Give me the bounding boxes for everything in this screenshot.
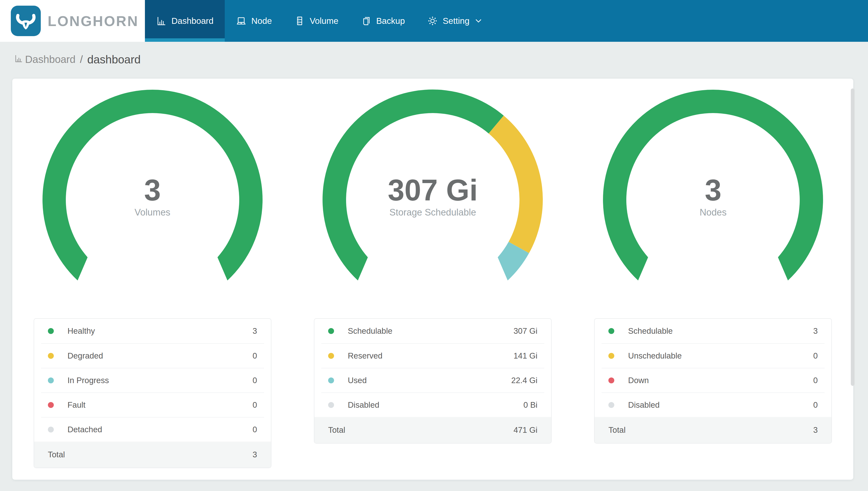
gauge-center-label: Nodes (600, 207, 826, 218)
legend-row: Unschedulable 0 (601, 343, 825, 368)
nodes-gauge: 3 Nodes (600, 89, 826, 286)
legend-color-dot (48, 377, 54, 383)
nodes-legend-table: Schedulable 3 Unschedulable 0 Down 0 (594, 318, 832, 443)
legend-label: Detached (67, 425, 253, 434)
legend-value: 0 Bi (523, 400, 537, 410)
storage-legend-table: Schedulable 307 Gi Reserved 141 Gi Used … (314, 318, 552, 443)
bar-chart-icon (156, 16, 166, 26)
copy-pages-icon (361, 16, 371, 26)
legend-row: Schedulable 307 Gi (321, 319, 544, 343)
legend-label: Down (628, 376, 813, 385)
legend-value: 0 (813, 351, 818, 360)
gear-icon (427, 16, 438, 26)
legend-row: Degraded 0 (41, 343, 264, 368)
breadcrumb-section-link[interactable]: Dashboard (14, 54, 75, 65)
legend-value: 0 (252, 351, 257, 360)
legend-value: 0 (813, 400, 818, 410)
legend-color-dot (609, 353, 614, 359)
legend-row: Down 0 (601, 368, 825, 393)
nav-item-backup[interactable]: Backup (350, 0, 416, 42)
total-value: 471 Gi (514, 425, 537, 435)
gauge-center-value: 307 Gi (320, 175, 546, 205)
gauge-center-label: Storage Schedulable (320, 207, 546, 218)
top-navbar: LONGHORN Dashboard Node (0, 0, 868, 42)
vertical-scrollbar[interactable] (851, 88, 855, 386)
legend-color-dot (328, 402, 334, 408)
chevron-down-icon (475, 17, 482, 25)
gauge-center-value: 3 (39, 175, 266, 205)
legend-color-dot (328, 377, 334, 383)
total-value: 3 (252, 450, 257, 459)
legend-row: Used 22.4 Gi (321, 368, 544, 393)
breadcrumb-separator: / (80, 54, 83, 65)
legend-color-dot (48, 427, 54, 433)
nav-item-label: Backup (376, 16, 405, 26)
breadcrumb: Dashboard / dashboard (14, 53, 853, 66)
nav-item-node[interactable]: Node (225, 0, 283, 42)
legend-color-dot (48, 328, 54, 334)
brand-logo[interactable]: LONGHORN (0, 0, 145, 42)
legend-value: 22.4 Gi (512, 376, 537, 385)
legend-value: 0 (252, 425, 257, 434)
legend-label: In Progress (67, 376, 253, 385)
legend-row: Disabled 0 (601, 393, 825, 417)
nodes-column: 3 Nodes Schedulable 3 Unschedulable 0 (573, 89, 853, 468)
total-label: Total (609, 425, 813, 435)
breadcrumb-current-page: dashboard (87, 53, 141, 66)
legend-row: Schedulable 3 (601, 319, 825, 343)
nav-menu: Dashboard Node Volume (145, 0, 493, 42)
nav-item-label: Setting (443, 16, 469, 26)
legend-color-dot (328, 353, 334, 359)
legend-color-dot (609, 328, 614, 334)
legend-label: Reserved (348, 351, 514, 360)
bar-chart-icon (14, 54, 23, 65)
volumes-legend-table: Healthy 3 Degraded 0 In Progress 0 (34, 318, 271, 468)
legend-value: 307 Gi (514, 326, 537, 336)
volumes-column: 3 Volumes Healthy 3 Degraded 0 (12, 89, 292, 468)
nav-item-volume[interactable]: Volume (283, 0, 350, 42)
legend-label: Used (348, 376, 512, 385)
storage-gauge: 307 Gi Storage Schedulable (320, 89, 546, 286)
legend-row: In Progress 0 (41, 368, 264, 393)
legend-value: 0 (252, 400, 257, 410)
longhorn-bull-icon (11, 6, 41, 36)
gauge-center-label: Volumes (39, 207, 266, 218)
page-content: Dashboard / dashboard 3 Volumes Healthy … (0, 42, 868, 480)
legend-label: Disabled (628, 400, 813, 410)
gauge-center-value: 3 (600, 175, 826, 205)
legend-value: 0 (252, 376, 257, 385)
nav-item-label: Node (251, 16, 272, 26)
laptop-icon (236, 16, 246, 26)
legend-label: Schedulable (348, 326, 514, 336)
legend-label: Disabled (348, 400, 523, 410)
legend-row: Detached 0 (41, 417, 264, 442)
volumes-gauge: 3 Volumes (39, 89, 266, 286)
legend-color-dot (48, 402, 54, 408)
breadcrumb-section-label: Dashboard (25, 54, 75, 65)
storage-column: 307 Gi Storage Schedulable Schedulable 3… (292, 89, 573, 468)
legend-value: 3 (813, 326, 818, 336)
brand-name: LONGHORN (48, 13, 138, 29)
nav-item-dashboard[interactable]: Dashboard (145, 0, 225, 42)
nav-item-setting[interactable]: Setting (416, 0, 493, 42)
legend-color-dot (48, 353, 54, 359)
dashboard-card: 3 Volumes Healthy 3 Degraded 0 (12, 79, 853, 480)
legend-row: Reserved 141 Gi (321, 343, 544, 368)
legend-total-row: Total 471 Gi (314, 417, 551, 443)
legend-label: Fault (67, 400, 253, 410)
legend-color-dot (609, 377, 614, 383)
legend-total-row: Total 3 (595, 417, 831, 443)
total-label: Total (48, 450, 253, 459)
legend-row: Fault 0 (41, 393, 264, 417)
legend-value: 3 (252, 326, 257, 336)
legend-value: 0 (813, 376, 818, 385)
legend-row: Healthy 3 (41, 319, 264, 343)
legend-color-dot (609, 402, 614, 408)
legend-value: 141 Gi (514, 351, 537, 360)
total-label: Total (328, 425, 514, 435)
storage-stack-icon (294, 16, 305, 26)
legend-total-row: Total 3 (34, 442, 271, 468)
legend-color-dot (328, 328, 334, 334)
nav-item-label: Volume (310, 16, 338, 26)
nav-item-label: Dashboard (172, 16, 213, 26)
